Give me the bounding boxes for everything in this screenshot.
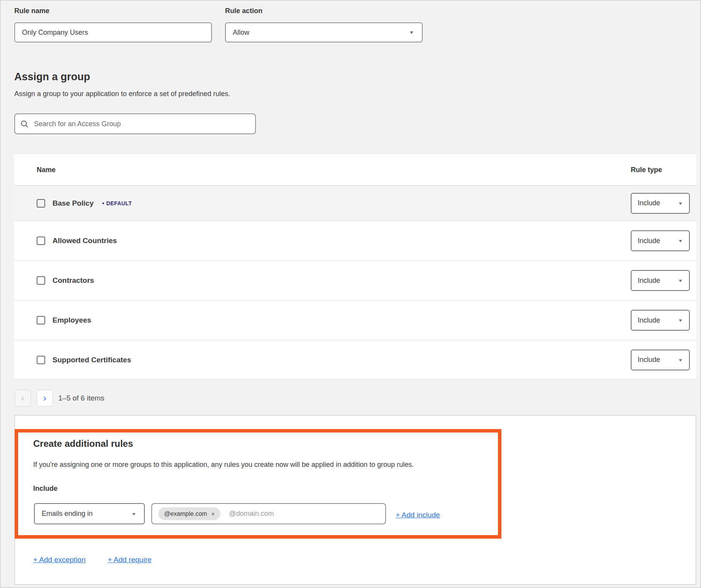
- row-checkbox[interactable]: [37, 316, 45, 324]
- group-name: Allowed Countries: [52, 237, 117, 245]
- add-require-link[interactable]: + Add require: [108, 556, 152, 564]
- access-groups-table: Name Rule type Base Policy •DEFAULT Incl…: [14, 154, 696, 380]
- email-domain-field[interactable]: [229, 510, 379, 518]
- group-name: Employees: [52, 316, 91, 324]
- chevron-down-icon: ▼: [678, 278, 683, 283]
- chevron-left-icon: ‹: [21, 394, 24, 403]
- row-checkbox[interactable]: [37, 356, 45, 364]
- search-input[interactable]: [34, 120, 250, 128]
- rule-action-select[interactable]: Allow ▼: [225, 22, 423, 42]
- table-row-base-policy: Base Policy •DEFAULT Include ▼: [14, 185, 696, 221]
- chevron-down-icon: ▼: [409, 30, 414, 35]
- email-domain-tag: @example.com ×: [158, 507, 220, 520]
- name-column-header: Name: [37, 166, 56, 174]
- row-checkbox[interactable]: [37, 276, 45, 285]
- rule-name-input[interactable]: [14, 22, 212, 42]
- additional-rules-description: If you're assigning one or more groups t…: [33, 461, 414, 469]
- rule-type-select[interactable]: Include ▼: [631, 270, 690, 291]
- rule-type-select[interactable]: Include ▼: [631, 310, 690, 331]
- rule-type-select[interactable]: Include ▼: [631, 230, 690, 251]
- add-include-link[interactable]: + Add include: [396, 511, 440, 519]
- access-rule-form-page: Rule name Rule action Allow ▼ Assign a g…: [0, 0, 701, 588]
- table-header-row: Name Rule type: [14, 154, 696, 185]
- pagination-label: 1–5 of 6 items: [58, 394, 104, 402]
- include-section-label: Include: [33, 485, 58, 493]
- rule-action-label: Rule action: [225, 7, 262, 15]
- remove-tag-icon[interactable]: ×: [211, 510, 215, 517]
- rule-selector-value: Emails ending in: [42, 510, 93, 518]
- bullet-icon: •: [102, 200, 105, 206]
- chevron-right-icon: ›: [43, 394, 46, 403]
- previous-page-button[interactable]: ‹: [15, 390, 31, 407]
- additional-rules-heading: Create additional rules: [33, 438, 133, 449]
- chevron-down-icon: ▼: [678, 238, 683, 243]
- chevron-down-icon: ▼: [678, 358, 683, 362]
- table-row-supported-certificates: Supported Certificates Include ▼: [14, 340, 696, 380]
- group-name: Supported Certificates: [52, 356, 131, 364]
- email-domains-input[interactable]: @example.com ×: [151, 503, 386, 524]
- rule-type-column-header: Rule type: [631, 166, 662, 174]
- table-row-contractors: Contractors Include ▼: [14, 260, 696, 300]
- search-icon: [20, 120, 29, 128]
- rule-type-select[interactable]: Include ▼: [631, 350, 690, 370]
- chevron-down-icon: ▼: [678, 201, 683, 206]
- rule-action-value: Allow: [233, 29, 249, 37]
- group-name: Base Policy: [52, 199, 94, 208]
- assign-group-heading: Assign a group: [14, 71, 90, 83]
- row-checkbox[interactable]: [37, 199, 45, 208]
- chevron-down-icon: ▼: [678, 318, 683, 323]
- row-checkbox[interactable]: [37, 237, 45, 245]
- table-row-allowed-countries: Allowed Countries Include ▼: [14, 221, 696, 260]
- pagination: ‹ › 1–5 of 6 items: [15, 390, 104, 407]
- group-name: Contractors: [52, 276, 94, 285]
- rule-name-label: Rule name: [14, 7, 49, 15]
- add-exception-link[interactable]: + Add exception: [33, 556, 86, 564]
- table-row-employees: Employees Include ▼: [14, 300, 696, 340]
- chevron-down-icon: ▼: [131, 512, 136, 516]
- next-page-button[interactable]: ›: [37, 390, 53, 407]
- assign-group-description: Assign a group to your application to en…: [14, 90, 230, 98]
- default-badge: •DEFAULT: [102, 200, 132, 206]
- rule-type-select[interactable]: Include ▼: [631, 193, 690, 214]
- access-group-search[interactable]: [14, 113, 256, 134]
- rule-selector-select[interactable]: Emails ending in ▼: [34, 503, 145, 524]
